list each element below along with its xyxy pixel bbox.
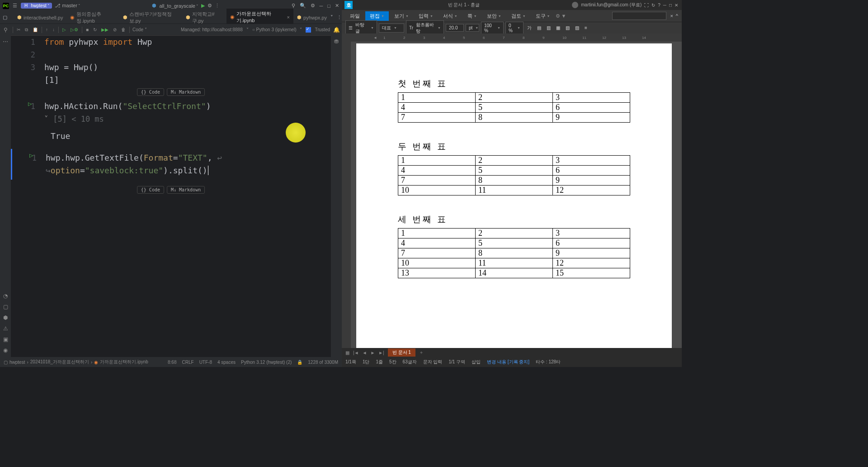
copy-button[interactable]: ⧉ (24, 27, 29, 33)
help-icon[interactable]: ? (658, 3, 660, 8)
move-down-button[interactable]: ↓ (52, 27, 56, 32)
run-cell-button[interactable]: ▷ (61, 27, 67, 32)
run-config-selector[interactable]: all_to_grayscale (159, 3, 198, 9)
menu-tools[interactable]: 도구▼ (531, 11, 555, 21)
user-avatar-icon[interactable] (572, 2, 578, 8)
services-icon[interactable]: ▣ (3, 336, 8, 343)
cursor-position[interactable]: 8:68 (168, 360, 176, 365)
expand-icon[interactable]: ⛶ (644, 3, 649, 8)
status-insert[interactable]: 삽입 (472, 359, 481, 365)
todo-icon[interactable]: ◉ (3, 347, 8, 353)
code-cell-3[interactable]: ▷ 1 hwp.hwp.GetTextFile(Format="TEXT", ↩… (11, 149, 331, 180)
tab-circle-center[interactable]: ◉원의중심추정.ipynb (66, 9, 119, 26)
branch-selector[interactable]: ⎇ master (55, 3, 80, 9)
view-mode-icon[interactable]: ▦ (345, 350, 349, 355)
document-tab[interactable]: 빈 문서 1 (388, 348, 415, 357)
add-markdown-cell-button[interactable]: M↓ Markdown (167, 186, 205, 194)
run-button[interactable]: ▶ (201, 3, 205, 9)
lock-icon[interactable]: 🔒 (297, 360, 302, 365)
code-text[interactable]: from pyhwpx import Hwp hwp = Hwp() [1] (42, 36, 331, 86)
vertical-ruler[interactable] (342, 42, 351, 348)
document-page[interactable]: 첫 번째 표 123 456 789 두 번째 표 123 456 789 10… (356, 43, 672, 348)
indent-setting[interactable]: 4 spaces (217, 360, 236, 365)
format-more-icon[interactable]: ≡ (583, 24, 589, 31)
table-2[interactable]: 123 456 789 101112 (398, 155, 630, 195)
project-tool-icon[interactable]: ▢ (3, 14, 7, 20)
table-3[interactable]: 123 456 789 101112 131415 (398, 228, 630, 278)
align-dist-button[interactable]: ▨ (573, 24, 581, 31)
more-actions-icon[interactable]: ⋮ (215, 3, 220, 9)
git-icon[interactable]: ◔ (3, 293, 8, 299)
database-icon[interactable]: ⛃ (334, 38, 339, 45)
file-encoding[interactable]: UTF-8 (199, 360, 212, 365)
search-icon[interactable]: 🔍 (300, 3, 306, 9)
menu-review[interactable]: 검토▼ (507, 11, 530, 21)
server-indicator[interactable]: Managed: http://localhost:8888 (181, 27, 243, 32)
add-markdown-cell-button[interactable]: M↓ Markdown (167, 88, 205, 96)
refresh-icon[interactable]: ↻ (651, 3, 655, 8)
interpreter[interactable]: Python 3.12 (hwptest) (2) (241, 360, 292, 365)
align-left-button[interactable]: ▤ (535, 24, 543, 31)
clear-button[interactable]: 🗑 (120, 27, 127, 32)
menu-file[interactable]: 파일 (345, 11, 364, 21)
menu-input[interactable]: 입력▼ (414, 11, 438, 21)
settings-icon[interactable]: ⚙ (311, 3, 315, 9)
close-tab-icon[interactable]: × (287, 14, 290, 20)
terminal-icon[interactable]: ▢ (3, 304, 8, 310)
close-icon[interactable]: ✕ (335, 3, 339, 9)
tab-next-icon[interactable]: ► (370, 350, 375, 355)
add-code-cell-button[interactable]: {} Code (137, 186, 164, 194)
code-cell-1[interactable]: 1 2 3 from pyhwpx import Hwp hwp = Hwp()… (11, 36, 331, 86)
menu-security[interactable]: 보안▼ (482, 11, 506, 21)
tab-prev-icon[interactable]: ◄ (363, 350, 367, 355)
align-right-button[interactable]: ▦ (554, 24, 562, 31)
tab-first-icon[interactable]: |◄ (353, 350, 359, 355)
status-page[interactable]: 1/1쪽 (345, 359, 356, 365)
font-size-input[interactable]: 20.0 (446, 24, 464, 32)
memory-indicator[interactable]: 1228 of 3300M (308, 360, 338, 365)
tab-scan-change[interactable]: ⬢스캔바꾸기#정책정보.py (119, 9, 182, 26)
zoom-selector[interactable]: 100 %▼ (481, 22, 504, 34)
minimize-icon[interactable]: ─ (663, 3, 666, 8)
debug-button[interactable]: ⚙ (208, 3, 212, 9)
problems-icon[interactable]: ⚠ (3, 325, 8, 332)
run-cell-icon[interactable]: ▷ (29, 152, 33, 159)
align-center-button[interactable]: ▥ (545, 24, 552, 31)
project-selector[interactable]: Hhwptest (21, 3, 52, 9)
document-workspace[interactable]: 첫 번째 표 123 456 789 두 번째 표 123 456 789 10… (342, 42, 682, 348)
interrupt-button[interactable]: ⊘ (112, 27, 118, 32)
breadcrumb[interactable]: ▢ hwptest › 20241018_가까운표선택하기 › ◉ 가까운표선택… (4, 359, 148, 365)
notifications-icon[interactable]: 🔔 (333, 27, 340, 33)
minimize-icon[interactable]: ─ (320, 3, 323, 9)
add-code-cell-button[interactable]: {} Code (137, 88, 164, 96)
menu-page[interactable]: 쪽▼ (463, 11, 481, 21)
user-email[interactable]: martinii.fun@gmail.com (무료) (581, 2, 642, 8)
menu-collapse-icon[interactable]: ^ (676, 13, 678, 19)
tab-pyhwpx[interactable]: ⬢pyhwpx.py (293, 13, 330, 22)
table-1[interactable]: 123 456 789 (398, 92, 630, 123)
menu-edit[interactable]: 편집▼ (365, 11, 389, 21)
tab-last-icon[interactable]: ►| (378, 350, 384, 355)
tab-interactiveshell[interactable]: ⬢interactiveshell.py (14, 13, 66, 22)
menu-extra-icon[interactable]: ⚙ ▼ (556, 13, 566, 19)
kernel-indicator[interactable]: ○ Python 3 (ipykernel) (252, 27, 297, 32)
code-text[interactable]: hwp.hwp.GetTextFile(Format="TEXT", ↩ ↪op… (44, 152, 331, 177)
close-icon[interactable]: ✕ (675, 3, 678, 8)
run-cell-icon[interactable]: ▷ (28, 100, 32, 107)
add-doc-tab-button[interactable]: ＋ (419, 349, 424, 356)
more-tools-icon[interactable]: ⋯ (3, 38, 8, 45)
move-up-button[interactable]: ↑ (45, 27, 49, 32)
menu-close-icon[interactable]: × (670, 13, 673, 19)
structure-icon[interactable]: ⚲ (4, 27, 8, 33)
status-input-mode[interactable]: 문자 입력 (423, 359, 443, 365)
tab-dropdown-icon[interactable]: ˅ (330, 14, 333, 20)
code-cell-2[interactable]: ▷ 1 hwp.HAction.Run("SelectCtrlFront") ˅… (11, 97, 331, 128)
extra-selector[interactable]: 0 %▼ (505, 22, 524, 34)
cell-type-selector[interactable]: Code ˅ (132, 27, 147, 32)
tab-region-school[interactable]: ⬢지역학교#구.py (182, 9, 226, 26)
tab-more-icon[interactable]: ⋮ (337, 14, 342, 20)
maximize-icon[interactable]: □ (327, 3, 330, 9)
horizontal-ruler[interactable]: ◄ 1234567891011121314 (342, 33, 682, 42)
parastyle-selector[interactable]: 대표▼ (379, 24, 404, 33)
restart-button[interactable]: ↻ (92, 27, 98, 32)
